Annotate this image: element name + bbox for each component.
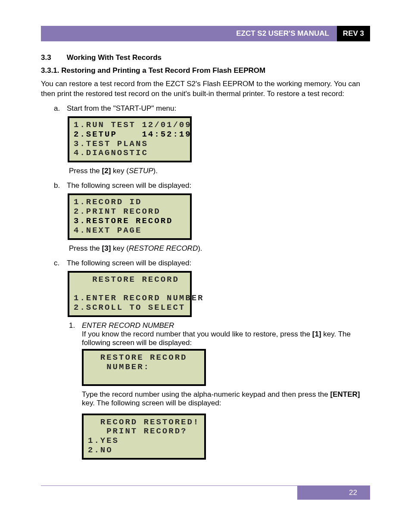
substep-title: ENTER RECORD NUMBER xyxy=(82,321,174,330)
lcd-screen-startup: 1.RUN TEST 12/01/09 2.SETUP 14:52:19 3.T… xyxy=(68,116,192,162)
key-enter: [ENTER] xyxy=(330,390,360,398)
step-label: b. xyxy=(54,181,67,190)
subsection-heading: 3.3.1. Restoring and Printing a Test Rec… xyxy=(41,66,370,75)
step-text: The following screen will be displayed: xyxy=(67,259,370,268)
subsection-number: 3.3.1. xyxy=(41,66,59,75)
substep-1-instruction: Type the record number using the alpha-n… xyxy=(82,390,370,408)
step-b: b. The following screen will be displaye… xyxy=(41,181,370,190)
lcd-screen-enter-number: RESTORE RECORD NUMBER: xyxy=(82,349,206,386)
step-b-instruction: Press the [3] key (RESTORE RECORD). xyxy=(69,244,370,253)
section-title: Working With Test Records xyxy=(67,53,162,62)
step-text: Start from the "START-UP" menu: xyxy=(67,104,370,113)
step-a: a. Start from the "START-UP" menu: xyxy=(41,104,370,113)
step-label: c. xyxy=(54,259,67,268)
page-footer: 22 xyxy=(41,485,370,500)
substep-1: 1. ENTER RECORD NUMBER If you know the r… xyxy=(41,321,370,347)
header-rev: REV 3 xyxy=(337,26,370,41)
section-heading: 3.3 Working With Test Records xyxy=(41,53,370,62)
section-number: 3.3 xyxy=(41,53,65,62)
lcd-screen-restored: RECORD RESTORED! PRINT RECORD? 1.YES 2.N… xyxy=(82,414,206,460)
key-2: [2] xyxy=(102,167,111,175)
lcd-screen-restore: RESTORE RECORD 1.ENTER RECORD NUMBER 2.S… xyxy=(68,271,192,317)
substep-label: 1. xyxy=(69,321,82,347)
intro-paragraph: You can restore a test record from the E… xyxy=(41,79,370,99)
step-a-instruction: Press the [2] key (SETUP). xyxy=(69,167,370,175)
page-header: EZCT S2 USER'S MANUAL REV 3 xyxy=(41,26,370,41)
step-label: a. xyxy=(54,104,67,113)
step-text: The following screen will be displayed: xyxy=(67,181,370,190)
lcd-screen-setup: 1.RECORD ID 2.PRINT RECORD 3.RESTORE REC… xyxy=(68,193,192,240)
step-c: c. The following screen will be displaye… xyxy=(41,259,370,268)
subsection-title: Restoring and Printing a Test Record Fro… xyxy=(61,66,265,75)
key-1: [1] xyxy=(312,330,321,338)
substep-content: ENTER RECORD NUMBER If you know the reco… xyxy=(82,321,370,347)
header-title: EZCT S2 USER'S MANUAL xyxy=(41,26,337,41)
key-3: [3] xyxy=(102,244,111,252)
page-number: 22 xyxy=(297,486,370,500)
